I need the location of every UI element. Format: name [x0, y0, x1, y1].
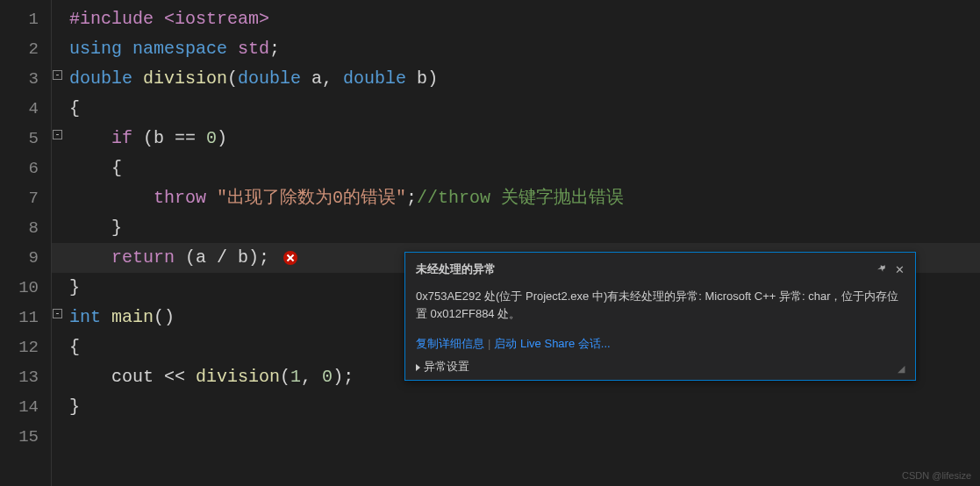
- code-line[interactable]: }: [69, 392, 980, 422]
- line-number: 3: [0, 64, 39, 94]
- line-number: 8: [0, 213, 39, 243]
- code-line[interactable]: [69, 422, 980, 452]
- line-number: 13: [0, 362, 39, 392]
- exception-message: 0x753AE292 处(位于 Project2.exe 中)有未经处理的异常:…: [416, 288, 905, 322]
- resize-grip-icon[interactable]: ◢: [898, 363, 905, 375]
- exception-links: 复制详细信息|启动 Live Share 会话...: [416, 336, 905, 352]
- code-line[interactable]: #include <iostream>: [69, 4, 980, 34]
- code-line[interactable]: {: [69, 154, 980, 183]
- exception-title: 未经处理的异常: [416, 261, 496, 277]
- watermark: CSDN @lifesize: [902, 470, 971, 481]
- line-number-gutter: 1 2 3 4 5 6 7 8 9 10 11 12 13 14 15: [0, 0, 51, 486]
- code-line[interactable]: {: [69, 94, 980, 124]
- fold-collapse-icon[interactable]: -: [53, 130, 62, 139]
- line-number: 11: [0, 303, 39, 332]
- fold-collapse-icon[interactable]: -: [53, 70, 62, 80]
- line-number: 6: [0, 154, 39, 183]
- code-line[interactable]: using namespace std;: [69, 34, 980, 64]
- close-icon[interactable]: ✕: [895, 263, 905, 276]
- line-number: 15: [0, 422, 39, 452]
- pin-icon[interactable]: [876, 262, 888, 277]
- live-share-link[interactable]: 启动 Live Share 会话...: [494, 337, 610, 350]
- code-line[interactable]: if (b == 0): [69, 124, 980, 154]
- code-line[interactable]: throw "出现了除数为0的错误";//throw 关键字抛出错误: [69, 183, 980, 213]
- expand-triangle-icon: [416, 364, 420, 371]
- copy-details-link[interactable]: 复制详细信息: [416, 337, 484, 350]
- line-number: 7: [0, 183, 39, 213]
- line-number: 9: [0, 243, 39, 273]
- code-content[interactable]: - - - #include <iostream> using namespac…: [51, 0, 980, 486]
- line-number: 2: [0, 34, 39, 64]
- line-number: 5: [0, 124, 39, 154]
- exception-settings-expander[interactable]: 异常设置: [416, 359, 469, 375]
- line-number: 4: [0, 94, 39, 124]
- code-editor: 1 2 3 4 5 6 7 8 9 10 11 12 13 14 15 - - …: [0, 0, 980, 486]
- exception-popup: 未经处理的异常 ✕ 0x753AE292 处(位于 Project2.exe 中…: [404, 252, 916, 381]
- line-number: 12: [0, 332, 39, 362]
- exception-error-icon[interactable]: [283, 251, 297, 265]
- fold-collapse-icon[interactable]: -: [53, 309, 62, 318]
- line-number: 10: [0, 273, 39, 303]
- exception-header: 未经处理的异常 ✕: [416, 261, 905, 277]
- code-line[interactable]: double division(double a, double b): [69, 64, 980, 94]
- line-number: 1: [0, 4, 39, 34]
- line-number: 14: [0, 392, 39, 422]
- code-line[interactable]: }: [69, 213, 980, 243]
